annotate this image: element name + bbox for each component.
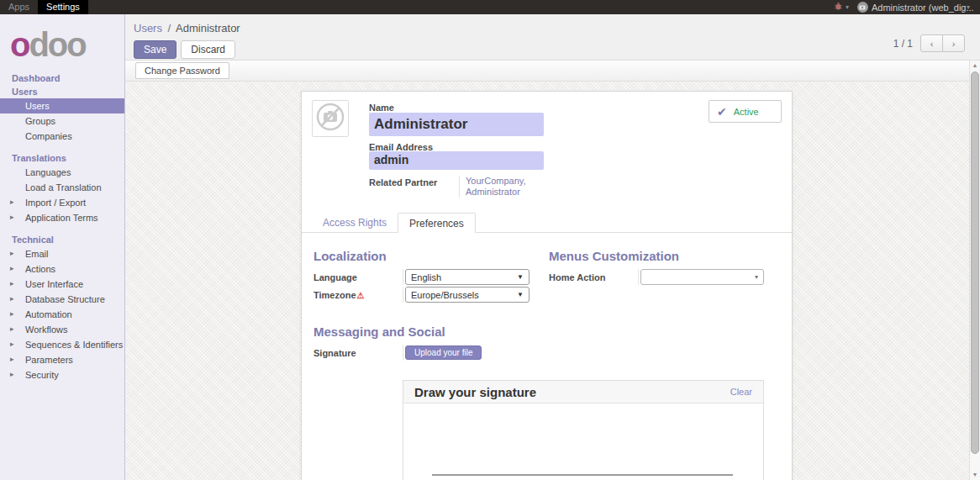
form-button-band: Change Password — [125, 61, 980, 82]
name-label: Name — [369, 103, 394, 113]
form-viewport: Name Administrator Email Address admin R… — [125, 82, 980, 480]
expand-arrow-icon: ▸ — [10, 198, 14, 206]
email-input[interactable]: admin — [369, 151, 544, 170]
expand-arrow-icon: ▸ — [10, 264, 14, 272]
sidebar-item-email[interactable]: ▸Email — [0, 246, 124, 261]
main-menus: Apps Settings — [0, 0, 88, 14]
sidebar-item-groups[interactable]: Groups — [0, 113, 124, 129]
upload-file-button[interactable]: Upload your file — [405, 345, 482, 360]
localization-group: Localization Language English ▼ — [313, 233, 549, 304]
expand-arrow-icon: ▸ — [10, 309, 14, 318]
debug-menu[interactable]: ▾ — [834, 2, 852, 13]
related-partner-link[interactable]: YourCompany, Administrator — [459, 176, 556, 198]
sidebar-item-workflows[interactable]: ▸Workflows — [0, 322, 124, 337]
timezone-label: Timezone⚠ — [313, 290, 403, 300]
signature-clear-link[interactable]: Clear — [730, 387, 752, 397]
user-menu[interactable]: Administrator (web_dig... ▾ — [857, 2, 973, 13]
caret-down-icon: ▾ — [846, 3, 849, 11]
messaging-heading: Messaging and Social — [313, 324, 780, 339]
name-input[interactable]: Administrator — [369, 113, 544, 136]
language-label: Language — [313, 272, 403, 282]
menus-customization-group: Menus Customization Home Action ▾ — [549, 233, 780, 304]
vertical-scrollbar[interactable]: ▲ ▼ — [969, 61, 980, 480]
form-header-block: Name Administrator Email Address admin R… — [302, 92, 792, 213]
signature-row: Signature Upload your file — [313, 345, 780, 361]
main-area: odoo Dashboard Users Users Groups Compan… — [0, 14, 980, 480]
expand-arrow-icon: ▸ — [10, 355, 14, 363]
signature-baseline — [432, 474, 733, 476]
breadcrumb-current: Administrator — [176, 22, 240, 34]
signature-panel-title: Draw your signature — [414, 385, 536, 399]
language-select[interactable]: English ▼ — [405, 269, 530, 285]
avatar — [857, 2, 868, 13]
timezone-select[interactable]: Europe/Brussels ▼ — [405, 287, 530, 303]
sidebar-item-sequences-identifiers[interactable]: ▸Sequences & Identifiers — [0, 337, 124, 352]
pager-value: 1 / 1 — [893, 38, 913, 50]
sidebar-item-users[interactable]: Users — [0, 98, 124, 113]
signature-label: Signature — [313, 348, 403, 358]
expand-arrow-icon: ▸ — [10, 249, 14, 257]
pager-previous-button[interactable]: ‹ — [920, 34, 943, 52]
sidebar-item-import-export[interactable]: ▸Import / Export — [0, 195, 124, 210]
active-label: Active — [734, 107, 759, 117]
sidebar-item-load-a-translation[interactable]: Load a Translation — [0, 180, 124, 195]
sidebar-item-languages[interactable]: Languages — [0, 165, 124, 180]
top-menubar: Apps Settings ▾ Administrator (web_dig..… — [0, 0, 980, 14]
sidebar-heading-dashboard[interactable]: Dashboard — [0, 71, 124, 85]
pager-next-button[interactable]: › — [942, 34, 965, 52]
sidebar-item-actions[interactable]: ▸Actions — [0, 261, 124, 277]
sidebar-item-application-terms[interactable]: ▸Application Terms — [0, 210, 124, 225]
tab-preferences[interactable]: Preferences — [398, 213, 476, 233]
change-password-button[interactable]: Change Password — [135, 62, 229, 79]
menu-apps[interactable]: Apps — [0, 0, 38, 14]
odoo-logo[interactable]: odoo — [0, 14, 124, 71]
sidebar-item-automation[interactable]: ▸Automation — [0, 307, 124, 322]
expand-arrow-icon: ▸ — [10, 279, 14, 287]
home-action-select[interactable]: ▾ — [640, 269, 764, 285]
related-partner-label: Related Partner — [369, 177, 458, 187]
sidebar-item-parameters[interactable]: ▸Parameters — [0, 352, 124, 367]
sidebar-heading-technical[interactable]: Technical — [0, 233, 124, 246]
scrollbar-thumb[interactable] — [971, 71, 979, 454]
signature-canvas[interactable] — [403, 404, 763, 480]
signature-panel-header: Draw your signature Clear — [403, 381, 763, 404]
expand-arrow-icon: ▸ — [10, 370, 14, 378]
sidebar-item-database-structure[interactable]: ▸Database Structure — [0, 292, 124, 307]
breadcrumb: Users / Administrator — [134, 14, 980, 34]
save-button[interactable]: Save — [134, 40, 177, 59]
sidebar-heading-translations[interactable]: Translations — [0, 151, 124, 165]
timezone-row: Timezone⚠ Europe/Brussels ▼ — [313, 287, 549, 303]
breadcrumb-users-link[interactable]: Users — [134, 22, 162, 34]
expand-arrow-icon: ▸ — [10, 340, 14, 348]
sidebar-item-security[interactable]: ▸Security — [0, 367, 124, 382]
scroll-up-arrow-icon[interactable]: ▲ — [970, 61, 980, 71]
preferences-tab-content: Localization Language English ▼ — [302, 233, 792, 480]
expand-arrow-icon: ▸ — [10, 324, 14, 333]
no-photo-icon — [313, 100, 347, 137]
control-panel-buttons: Save Discard — [134, 40, 980, 59]
tab-access-rights[interactable]: Access Rights — [312, 213, 398, 232]
scroll-down-arrow-icon[interactable]: ▼ — [970, 470, 980, 480]
expand-arrow-icon: ▸ — [10, 213, 14, 221]
sidebar-heading-users[interactable]: Users — [0, 85, 124, 98]
sidebar-nav: Dashboard Users Users Groups Companies T… — [0, 71, 124, 382]
sidebar-item-user-interface[interactable]: ▸User Interface — [0, 277, 124, 292]
user-photo-placeholder[interactable] — [312, 100, 349, 137]
odoo-window: Apps Settings ▾ Administrator (web_dig..… — [0, 0, 980, 480]
menu-settings[interactable]: Settings — [38, 0, 88, 14]
content-area: Users / Administrator Save Discard 1 / 1… — [125, 14, 980, 480]
bug-icon — [834, 2, 843, 13]
menus-customization-heading: Menus Customization — [549, 249, 780, 263]
home-action-row: Home Action ▾ — [549, 269, 780, 285]
caret-down-icon: ▾ — [755, 273, 758, 281]
user-menu-label: Administrator (web_dig... — [872, 3, 964, 13]
select-caret-icon: ▼ — [517, 291, 524, 298]
control-panel: Users / Administrator Save Discard 1 / 1… — [125, 14, 980, 61]
discard-button[interactable]: Discard — [181, 40, 235, 59]
caret-down-icon: ▾ — [967, 3, 970, 11]
topbar-right: ▾ Administrator (web_dig... ▾ — [834, 0, 980, 14]
active-checkbox[interactable]: ✔ Active — [709, 100, 782, 123]
sidebar-item-companies[interactable]: Companies — [0, 129, 124, 144]
breadcrumb-separator: / — [168, 22, 171, 34]
home-action-label: Home Action — [549, 272, 638, 282]
